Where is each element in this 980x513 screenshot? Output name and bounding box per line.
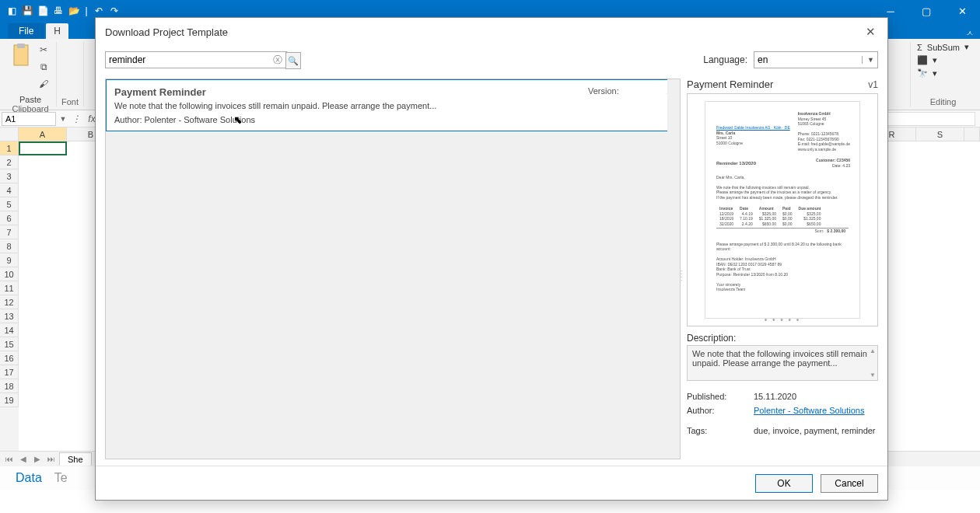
row-header[interactable]: 14 (0, 323, 19, 337)
author-label: Author: (687, 406, 754, 415)
find-button[interactable]: 🔭 ▾ (917, 68, 969, 79)
cut-icon[interactable]: ✂ (36, 42, 51, 58)
ribbon-collapse-icon[interactable]: ㅅ (966, 28, 974, 39)
published-label: Published: (687, 392, 754, 401)
font-group: Font (57, 42, 84, 106)
home-tab[interactable]: H (46, 23, 68, 39)
result-title: Payment Reminder (114, 86, 206, 98)
row-header[interactable]: 7 (0, 225, 19, 239)
row-header[interactable]: 3 (0, 169, 19, 183)
col-header[interactable]: A (19, 127, 67, 141)
desc-scroll-up-icon[interactable]: ▲ (870, 347, 876, 354)
results-scrollbar[interactable] (667, 79, 680, 459)
search-go-button[interactable]: 🔍 (285, 52, 301, 69)
preview-resize-dots-icon[interactable]: • • • • • (688, 316, 877, 324)
desc-scroll-down-icon[interactable]: ▼ (870, 372, 876, 379)
cell-reference-input[interactable] (2, 112, 56, 126)
cancel-button[interactable]: Cancel (821, 474, 878, 493)
language-label: Language: (703, 54, 747, 65)
svg-rect-1 (17, 44, 25, 48)
row-header[interactable]: 5 (0, 197, 19, 211)
qa-undo-icon[interactable]: ↶ (92, 4, 106, 18)
row-header[interactable]: 9 (0, 253, 19, 267)
row-header[interactable]: 19 (0, 393, 19, 407)
preview-document: Insolvenza GmbH Money Street 45 51065 Co… (705, 101, 860, 319)
ok-button[interactable]: OK (755, 474, 813, 493)
col-header[interactable]: S (916, 127, 964, 141)
search-clear-icon[interactable]: ⓧ (273, 54, 282, 67)
qa-redo-icon[interactable]: ↷ (107, 4, 121, 18)
qa-sep-icon: | (82, 4, 90, 18)
row-header[interactable]: 8 (0, 239, 19, 253)
language-value: en (758, 54, 768, 65)
chevron-down-icon: ▼ (862, 56, 874, 64)
quick-access-toolbar: ◧ 💾 📄 🖶 📂 | ↶ ↷ (0, 4, 126, 18)
details-title: Payment Reminder (687, 79, 773, 90)
template-tab[interactable]: Te (54, 471, 68, 485)
sheet-nav-last-icon[interactable]: ⏭ (45, 455, 58, 463)
copy-icon[interactable]: ⧉ (36, 59, 51, 75)
row-header[interactable]: 4 (0, 183, 19, 197)
qa-open-icon[interactable]: 📂 (67, 4, 81, 18)
row-header[interactable]: 6 (0, 211, 19, 225)
pane-splitter[interactable]: ···· (681, 269, 683, 281)
dialog-title: Download Project Template (105, 26, 228, 38)
row-header[interactable]: 18 (0, 379, 19, 393)
search-input[interactable] (105, 51, 287, 68)
tags-label: Tags: (687, 426, 754, 435)
results-pane[interactable]: Payment Reminder Version: 1 We note that… (105, 79, 681, 459)
dialog-footer: OK Cancel (96, 466, 887, 500)
qa-icon-1[interactable]: ◧ (5, 4, 19, 18)
result-author: Author: Polenter - Software Solutions (114, 115, 671, 124)
cellref-dropdown-icon[interactable]: ▼ (58, 115, 68, 123)
template-preview: Insolvenza GmbH Money Street 45 51065 Co… (687, 93, 878, 326)
metadata: Published:15.11.2020 Author:Polenter - S… (687, 387, 878, 435)
tags-value: due, invoice, payment, reminder (754, 426, 876, 435)
sigma-icon: Σ (917, 43, 922, 52)
result-card[interactable]: Payment Reminder Version: 1 We note that… (106, 79, 680, 131)
row-header[interactable]: 1 (0, 141, 19, 155)
row-header[interactable]: 17 (0, 365, 19, 379)
maximize-button[interactable]: ▢ (908, 0, 944, 22)
sheet-nav-next-icon[interactable]: ▶ (31, 455, 44, 463)
result-description: We note that the following invoices stil… (114, 101, 671, 110)
dialog-close-button[interactable]: ✕ (863, 25, 878, 39)
file-tab[interactable]: File (8, 23, 44, 39)
language-select[interactable]: en ▼ (754, 51, 878, 68)
author-link[interactable]: Polenter - Software Solutions (754, 406, 864, 415)
details-version: v1 (868, 79, 878, 90)
select-all-corner[interactable] (0, 127, 19, 141)
result-version: Version: 1 (588, 86, 671, 96)
row-header[interactable]: 11 (0, 281, 19, 295)
magnifier-icon: 🔍 (288, 56, 299, 66)
binoculars-icon: 🔭 (917, 68, 928, 79)
col-header-end (964, 127, 980, 141)
sheet-nav-first-icon[interactable]: ⏮ (3, 455, 16, 463)
qa-print-icon[interactable]: 🖶 (51, 4, 65, 18)
format-painter-icon[interactable]: 🖌 (36, 76, 51, 92)
row-header[interactable]: 16 (0, 351, 19, 365)
qa-new-icon[interactable]: 📄 (36, 4, 50, 18)
dialog-titlebar: Download Project Template ✕ (96, 18, 887, 46)
row-header[interactable]: 10 (0, 267, 19, 281)
description-box[interactable]: We note that the following invoices stil… (687, 345, 878, 381)
download-template-dialog: Download Project Template ✕ ⓧ 🔍 Language… (95, 17, 888, 501)
close-window-button[interactable]: ✕ (944, 0, 980, 22)
row-headers: 1 2 3 4 5 6 7 8 9 10 11 12 13 14 15 16 1… (0, 127, 19, 451)
row-header[interactable]: 13 (0, 309, 19, 323)
fill-button[interactable]: ⬛ ▾ (917, 55, 969, 65)
data-tab[interactable]: Data (16, 471, 42, 485)
sheet-tab[interactable]: She (59, 452, 92, 466)
paste-label: Paste (19, 95, 41, 104)
subsum-button[interactable]: ΣSubSum ▾ (917, 42, 969, 52)
sheet-nav-prev-icon[interactable]: ◀ (17, 455, 30, 463)
active-cell[interactable] (19, 141, 67, 155)
row-header[interactable]: 12 (0, 295, 19, 309)
qa-save-icon[interactable]: 💾 (20, 4, 34, 18)
row-header[interactable]: 15 (0, 337, 19, 351)
row-header[interactable]: 2 (0, 155, 19, 169)
details-pane: ···· Payment Reminder v1 Insolvenza GmbH… (687, 79, 878, 459)
paste-icon[interactable] (9, 42, 33, 68)
editing-group: ΣSubSum ▾ ⬛ ▾ 🔭 ▾ Editing (910, 42, 975, 106)
fx-icon[interactable]: ⋮ (68, 113, 84, 124)
